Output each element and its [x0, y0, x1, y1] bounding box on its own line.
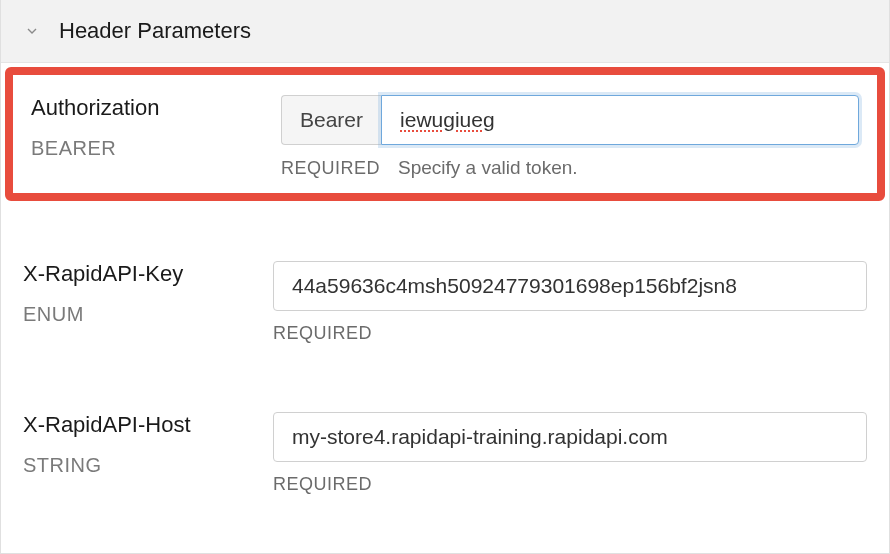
helper-text: Specify a valid token.	[398, 157, 578, 179]
helper-row: REQUIRED Specify a valid token.	[281, 155, 859, 179]
required-badge: REQUIRED	[273, 474, 372, 495]
chevron-down-icon[interactable]	[23, 22, 41, 40]
authorization-input-group: Bearer iewugiueg	[281, 95, 859, 145]
param-type-label: ENUM	[23, 303, 253, 326]
param-meta: Authorization BEARER	[31, 95, 261, 179]
param-meta: X-RapidAPI-Host STRING	[23, 412, 253, 495]
param-row-rapidapi-key: X-RapidAPI-Key ENUM 44a59636c4msh5092477…	[1, 241, 889, 352]
rapidapi-key-input[interactable]: 44a59636c4msh50924779301698ep156bf2jsn8	[273, 261, 867, 311]
bearer-prefix: Bearer	[281, 95, 381, 145]
params-body: Authorization BEARER Bearer iewugiueg RE…	[1, 63, 889, 553]
param-type-label: BEARER	[31, 137, 261, 160]
section-header[interactable]: Header Parameters	[1, 0, 889, 63]
param-row-authorization: Authorization BEARER Bearer iewugiueg RE…	[27, 95, 863, 179]
param-meta: X-RapidAPI-Key ENUM	[23, 261, 253, 344]
helper-row: REQUIRED	[273, 472, 867, 495]
header-parameters-panel: Header Parameters Authorization BEARER B…	[0, 0, 890, 554]
highlighted-param: Authorization BEARER Bearer iewugiueg RE…	[5, 67, 885, 201]
required-badge: REQUIRED	[281, 158, 380, 179]
param-name-label: X-RapidAPI-Host	[23, 412, 253, 438]
param-controls: Bearer iewugiueg REQUIRED Specify a vali…	[281, 95, 859, 179]
authorization-input[interactable]: iewugiueg	[381, 95, 859, 145]
param-name-label: X-RapidAPI-Key	[23, 261, 253, 287]
helper-row: REQUIRED	[273, 321, 867, 344]
param-type-label: STRING	[23, 454, 253, 477]
required-badge: REQUIRED	[273, 323, 372, 344]
section-title: Header Parameters	[59, 18, 251, 44]
rapidapi-host-input[interactable]: my-store4.rapidapi-training.rapidapi.com	[273, 412, 867, 462]
param-controls: 44a59636c4msh50924779301698ep156bf2jsn8 …	[273, 261, 867, 344]
param-controls: my-store4.rapidapi-training.rapidapi.com…	[273, 412, 867, 495]
param-name-label: Authorization	[31, 95, 261, 121]
param-row-rapidapi-host: X-RapidAPI-Host STRING my-store4.rapidap…	[1, 392, 889, 503]
